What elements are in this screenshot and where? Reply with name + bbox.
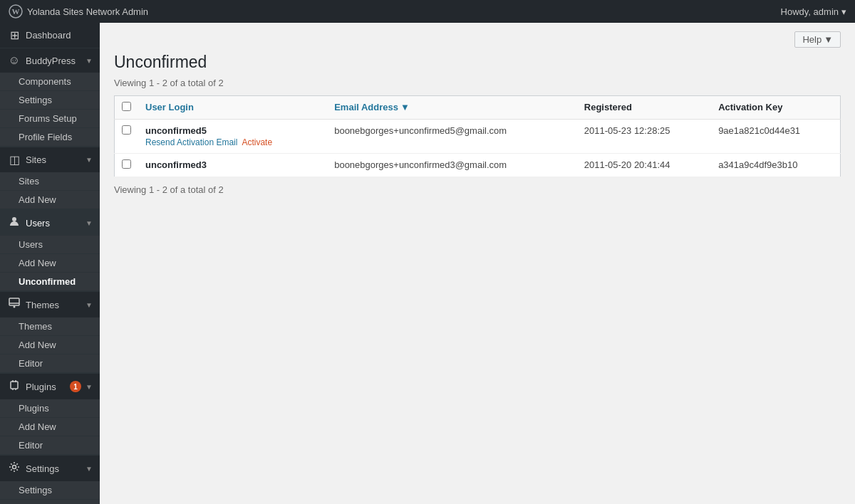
page-wrap: Help ▼ Unconfirmed Viewing 1 - 2 of a to… bbox=[114, 30, 841, 195]
settings-settings[interactable]: Settings bbox=[0, 481, 100, 500]
user-login-column: User Login bbox=[138, 95, 327, 119]
sites-sites[interactable]: Sites bbox=[0, 172, 100, 191]
themes-themes[interactable]: Themes bbox=[0, 317, 100, 336]
users-unconfirmed[interactable]: Unconfirmed bbox=[0, 273, 100, 291]
check-all-checkbox[interactable] bbox=[122, 102, 131, 111]
sidebar-item-dashboard[interactable]: ⊞ Dashboard bbox=[0, 23, 100, 48]
plugins-link[interactable]: Plugins 1 ▼ bbox=[0, 374, 100, 399]
users-arrow-icon: ▼ bbox=[86, 219, 93, 227]
activation-key-column: Activation Key bbox=[711, 95, 840, 119]
unconfirmed-table: User Login Email Address ▼ Registered bbox=[114, 95, 841, 177]
buddypress-link[interactable]: ☺ BuddyPress ▼ bbox=[0, 48, 100, 73]
activate-link[interactable]: Activate bbox=[242, 137, 272, 147]
registered-header: Registered bbox=[584, 102, 632, 112]
main-content: Help ▼ Unconfirmed Viewing 1 - 2 of a to… bbox=[100, 23, 855, 504]
check-all-column[interactable] bbox=[115, 95, 139, 119]
row1-login: unconfirmed5 bbox=[145, 125, 207, 136]
row2-check[interactable] bbox=[115, 153, 139, 177]
themes-link[interactable]: Themes ▼ bbox=[0, 292, 100, 317]
users-link[interactable]: Users ▼ bbox=[0, 210, 100, 236]
svg-rect-3 bbox=[9, 298, 19, 305]
user-login-header: User Login bbox=[145, 102, 194, 112]
buddypress-components[interactable]: Components bbox=[0, 73, 100, 91]
themes-add-new[interactable]: Add New bbox=[0, 336, 100, 355]
admin-bar: W Yolanda Sites Network Admin Howdy, adm… bbox=[0, 0, 855, 23]
howdy-area: Howdy, admin ▾ bbox=[781, 6, 846, 17]
sites-arrow-icon: ▼ bbox=[86, 156, 93, 164]
themes-arrow-icon: ▼ bbox=[86, 301, 93, 309]
admin-menu: ⊞ Dashboard ☺ BuddyPress ▼ Components Se… bbox=[0, 23, 100, 504]
sidebar-item-themes[interactable]: Themes ▼ Themes Add New Editor bbox=[0, 292, 100, 374]
sidebar: ⊞ Dashboard ☺ BuddyPress ▼ Components Se… bbox=[0, 23, 100, 504]
row1-login-cell: unconfirmed5 Resend Activation Email Act… bbox=[138, 119, 327, 153]
row1-activation-key: 9ae1a821c0d44e31 bbox=[711, 119, 840, 153]
page-title: Unconfirmed bbox=[114, 52, 841, 73]
dashboard-icon: ⊞ bbox=[7, 28, 21, 42]
help-arrow-icon: ▼ bbox=[824, 34, 833, 45]
email-address-sort-link[interactable]: Email Address ▼ bbox=[334, 102, 410, 112]
table-header: User Login Email Address ▼ Registered bbox=[115, 95, 841, 119]
resend-activation-email-link[interactable]: Resend Activation Email bbox=[145, 137, 237, 147]
sites-icon: ◫ bbox=[7, 153, 21, 167]
plugins-submenu: Plugins Add New Editor bbox=[0, 399, 100, 455]
sidebar-item-plugins[interactable]: Plugins 1 ▼ Plugins Add New Editor bbox=[0, 374, 100, 456]
themes-editor[interactable]: Editor bbox=[0, 355, 100, 373]
sites-link[interactable]: ◫ Sites ▼ bbox=[0, 147, 100, 172]
users-users[interactable]: Users bbox=[0, 236, 100, 254]
settings-link[interactable]: Settings ▼ bbox=[0, 456, 100, 481]
table-header-row: User Login Email Address ▼ Registered bbox=[115, 95, 841, 119]
help-button[interactable]: Help ▼ bbox=[794, 31, 841, 48]
users-submenu: Users Add New Unconfirmed bbox=[0, 236, 100, 291]
svg-point-6 bbox=[13, 466, 16, 469]
buddypress-settings[interactable]: Settings bbox=[0, 91, 100, 110]
email-address-column[interactable]: Email Address ▼ bbox=[327, 95, 577, 119]
admin-dropdown-icon[interactable]: ▾ bbox=[841, 6, 846, 17]
users-add-new[interactable]: Add New bbox=[0, 254, 100, 273]
activation-key-header: Activation Key bbox=[718, 102, 782, 112]
help-label: Help bbox=[802, 34, 822, 45]
sites-submenu: Sites Add New bbox=[0, 172, 100, 209]
row1-email: boonebgorges+unconfirmed5@gmail.com bbox=[327, 119, 577, 153]
sidebar-item-buddypress[interactable]: ☺ BuddyPress ▼ Components Settings Forum… bbox=[0, 48, 100, 147]
site-name-label[interactable]: Yolanda Sites Network Admin bbox=[27, 6, 148, 17]
buddypress-submenu: Components Settings Forums Setup Profile… bbox=[0, 73, 100, 147]
plugins-add-new[interactable]: Add New bbox=[0, 418, 100, 436]
svg-point-4 bbox=[14, 306, 16, 308]
row2-login: unconfirmed3 bbox=[145, 159, 207, 170]
plugins-plugins[interactable]: Plugins bbox=[0, 399, 100, 418]
plugins-editor[interactable]: Editor bbox=[0, 436, 100, 455]
settings-icon bbox=[7, 461, 21, 476]
themes-icon bbox=[7, 298, 21, 312]
row2-activation-key: a341a9c4df9e3b10 bbox=[711, 153, 840, 177]
row1-check[interactable] bbox=[115, 119, 139, 153]
settings-network-setup[interactable]: Network Setup bbox=[0, 500, 100, 504]
dashboard-link[interactable]: ⊞ Dashboard bbox=[0, 23, 100, 48]
users-icon bbox=[7, 216, 21, 230]
svg-point-2 bbox=[12, 217, 16, 221]
sidebar-item-users[interactable]: Users ▼ Users Add New Unconfirmed bbox=[0, 210, 100, 292]
viewing-text-top: Viewing 1 - 2 of a total of 2 bbox=[114, 78, 841, 88]
top-nav-bar: Help ▼ bbox=[114, 30, 841, 48]
table-row: unconfirmed5 Resend Activation Email Act… bbox=[115, 119, 841, 153]
row2-checkbox[interactable] bbox=[122, 159, 131, 169]
sidebar-item-settings[interactable]: Settings ▼ Settings Network Setup bbox=[0, 456, 100, 504]
site-name-area: W Yolanda Sites Network Admin bbox=[9, 4, 148, 19]
plugins-arrow-icon: ▼ bbox=[86, 383, 93, 391]
buddypress-arrow-icon: ▼ bbox=[86, 57, 93, 65]
buddypress-icon: ☺ bbox=[7, 54, 21, 67]
buddypress-forums-setup[interactable]: Forums Setup bbox=[0, 110, 100, 128]
settings-arrow-icon: ▼ bbox=[86, 465, 93, 473]
howdy-text: Howdy, admin bbox=[781, 6, 839, 17]
svg-text:W: W bbox=[12, 7, 20, 16]
sites-add-new[interactable]: Add New bbox=[0, 191, 100, 209]
row1-checkbox[interactable] bbox=[122, 125, 131, 135]
wp-logo-icon: W bbox=[9, 4, 23, 19]
email-sort-icon: ▼ bbox=[400, 102, 410, 112]
sidebar-item-sites[interactable]: ◫ Sites ▼ Sites Add New bbox=[0, 147, 100, 210]
row2-email: boonebgorges+unconfirmed3@gmail.com bbox=[327, 153, 577, 177]
row2-login-cell: unconfirmed3 bbox=[138, 153, 327, 177]
plugins-badge: 1 bbox=[70, 381, 81, 392]
viewing-text-bottom: Viewing 1 - 2 of a total of 2 bbox=[114, 184, 841, 195]
row1-actions: Resend Activation Email Activate bbox=[145, 137, 320, 147]
buddypress-profile-fields[interactable]: Profile Fields bbox=[0, 128, 100, 147]
